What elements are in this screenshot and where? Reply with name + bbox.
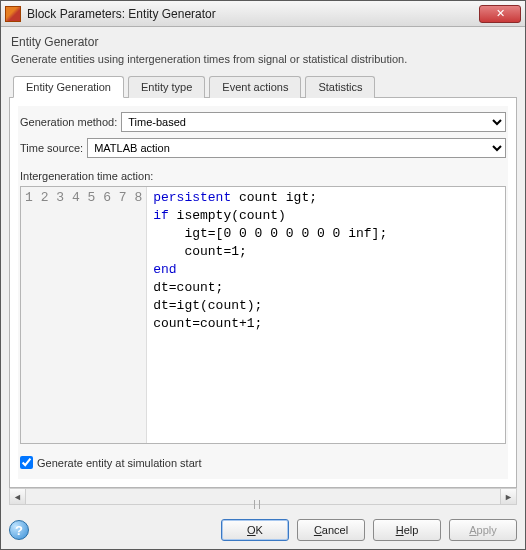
- row-time-source: Time source: MATLAB action: [20, 138, 506, 158]
- label-generate-at-start: Generate entity at simulation start: [37, 457, 201, 469]
- checkbox-generate-at-start[interactable]: [20, 456, 33, 469]
- horizontal-scrollbar[interactable]: ◄ ►: [9, 488, 517, 505]
- code-editor[interactable]: 1 2 3 4 5 6 7 8 persistent count igt; if…: [20, 186, 506, 444]
- help-button[interactable]: Help: [373, 519, 441, 541]
- cancel-button[interactable]: Cancel: [297, 519, 365, 541]
- tab-body: Generation method: Time-based Time sourc…: [9, 98, 517, 488]
- scroll-right-arrow-icon[interactable]: ►: [500, 489, 516, 504]
- ok-button[interactable]: OK: [221, 519, 289, 541]
- tab-statistics[interactable]: Statistics: [305, 76, 375, 98]
- content-area: Entity Generator Generate entities using…: [1, 27, 525, 513]
- window-title: Block Parameters: Entity Generator: [27, 7, 479, 21]
- close-button[interactable]: ✕: [479, 5, 521, 23]
- tab-strip: Entity Generation Entity type Event acti…: [9, 75, 517, 98]
- code-text[interactable]: persistent count igt; if isempty(count) …: [147, 187, 505, 443]
- row-generate-at-start: Generate entity at simulation start: [20, 456, 506, 469]
- app-icon: [5, 6, 21, 22]
- block-title: Entity Generator: [11, 35, 517, 49]
- titlebar: Block Parameters: Entity Generator ✕: [1, 1, 525, 27]
- row-generation-method: Generation method: Time-based: [20, 112, 506, 132]
- tab-entity-generation[interactable]: Entity Generation: [13, 76, 124, 98]
- scroll-left-arrow-icon[interactable]: ◄: [10, 489, 26, 504]
- tab-entity-type[interactable]: Entity type: [128, 76, 205, 98]
- footer: ? OK Cancel Help Apply: [1, 513, 525, 549]
- code-gutter: 1 2 3 4 5 6 7 8: [21, 187, 147, 443]
- close-icon: ✕: [496, 7, 505, 20]
- apply-button[interactable]: Apply: [449, 519, 517, 541]
- scroll-thumb[interactable]: [254, 500, 260, 509]
- help-icon[interactable]: ?: [9, 520, 29, 540]
- label-time-source: Time source:: [20, 142, 83, 154]
- select-time-source[interactable]: MATLAB action: [87, 138, 506, 158]
- label-intergen-action: Intergeneration time action:: [20, 170, 506, 182]
- select-generation-method[interactable]: Time-based: [121, 112, 506, 132]
- dialog-window: Block Parameters: Entity Generator ✕ Ent…: [0, 0, 526, 550]
- block-description: Generate entities using intergeneration …: [11, 53, 517, 65]
- tab-pane-entity-generation: Generation method: Time-based Time sourc…: [18, 106, 508, 479]
- tab-event-actions[interactable]: Event actions: [209, 76, 301, 98]
- label-generation-method: Generation method:: [20, 116, 117, 128]
